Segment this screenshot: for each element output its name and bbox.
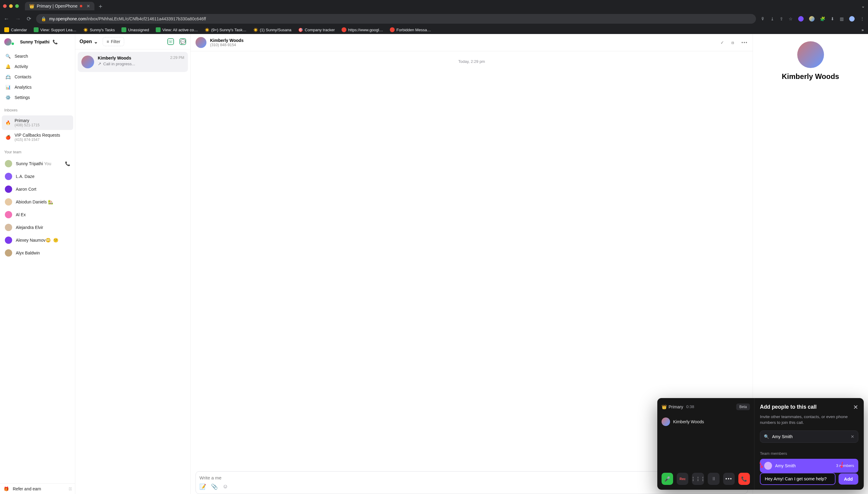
sidebar-team-member[interactable]: Alejandra Elvir [2,221,73,234]
invite-message-input[interactable] [765,476,831,481]
gift-icon: 🎁 [3,487,9,491]
sidepanel-icon[interactable]: ▥ [840,16,844,21]
more-options-icon[interactable]: ••• [741,40,748,45]
house-emoji-icon: 🏡 [48,200,53,204]
mute-toggle-button[interactable]: 🎤 [661,473,673,485]
extension-icon[interactable] [798,16,804,22]
phone-handset-icon[interactable]: 📞 [65,161,70,166]
tabs-chevron-down-icon[interactable]: ⌄ [861,4,865,8]
record-toggle-button[interactable]: Rec [677,473,688,485]
bookmark-star-icon[interactable]: ☆ [789,16,793,21]
sidebar-team-member[interactable]: Al Ex [2,208,73,221]
team-member-name: Sunny Tripathi [16,161,43,166]
share-icon[interactable]: ⇪ [780,16,783,21]
sidebar-team-member[interactable]: Aaron Cort [2,183,73,195]
clear-search-icon[interactable]: ✕ [851,434,854,439]
browser-reload-icon[interactable]: ⟳ [27,16,31,22]
window-zoom-light[interactable] [15,4,19,8]
search-results-section-label: Team members [760,451,858,456]
new-message-icon[interactable]: 💬 [179,38,186,45]
close-panel-icon[interactable]: ✕ [853,403,858,411]
call-outgoing-icon: ↗ [98,61,101,66]
hang-up-button[interactable]: 📞 [738,473,750,485]
sidebar-team-member[interactable]: Abiodun Daniels 🏡 [2,195,73,208]
sidebar-item-activity[interactable]: 🔔Activity [2,61,73,72]
sidebar-item-settings[interactable]: ⚙️Settings [2,92,73,102]
sidebar-item-contacts[interactable]: 📇Contacts [2,72,73,82]
invite-message-field[interactable] [760,473,835,485]
sidebar-team-member[interactable]: L.A. Daze [2,170,73,183]
filter-button[interactable]: ≡ Filter [103,37,124,46]
avatar [5,211,12,218]
sidebar-inbox-vip[interactable]: 🍎 VIP Callbacks Requests(415) 874-1547 [2,130,73,145]
tab-close-icon[interactable]: ✕ [86,4,90,8]
bookmark-item[interactable]: ☀️(1) Sunny/Susana [253,27,291,32]
thread-contact-name: Kimberly Woods [210,38,244,43]
conversation-item[interactable]: Kimberly Woods 2:29 PM ↗ Call in progres… [78,52,188,72]
new-tab-button[interactable]: ＋ [97,3,103,9]
help-circle-icon[interactable]: ？⃝ [69,487,72,491]
thread-contact-phone: (310) 848-9154 [210,43,244,47]
note-icon[interactable]: 📝 [199,483,206,490]
add-people-title: Add people to this call [760,404,817,410]
dialpad-button[interactable]: ⋮⋮⋮ [692,473,704,485]
bookmarks-overflow-icon[interactable]: » [862,27,864,32]
apple-icon: 🍎 [5,135,11,140]
mark-done-icon[interactable]: ✓ [720,40,724,45]
browser-forward-icon: → [15,16,21,22]
bookmark-label: Calendar [11,27,27,32]
bookmark-item[interactable]: ☀️(9+) Sunny's Task… [205,27,247,32]
beta-badge: Beta [736,403,750,410]
bookmark-item[interactable]: ☀️Sunny's Tasks [83,27,115,32]
extension-icon[interactable] [809,16,814,22]
bookmark-item[interactable]: View: Support Lea… [34,27,77,32]
conversation-time: 2:29 PM [170,56,184,60]
sidebar-refer-earn[interactable]: 🎁 Refer and earn ？⃝ [0,484,75,494]
install-app-icon[interactable]: ⤓ [771,16,774,21]
bookmark-item[interactable]: 🎯Company tracker [298,27,335,32]
phone-handset-icon[interactable]: 📞 [53,39,58,44]
sidebar-team-member[interactable]: Alexey Naumov😳 😕 [2,234,73,247]
bookmark-item[interactable]: https://www.googl… [342,27,383,32]
sidebar-item-search[interactable]: 🔍Search [2,51,73,61]
tab-title: Primary | OpenPhone [37,4,77,8]
add-people-search-input[interactable] [772,434,851,439]
search-icon: 🔍 [5,54,11,59]
avatar [5,173,12,180]
bookmark-item[interactable]: Calendar [4,27,27,32]
sidebar-team-member[interactable]: Sunny Tripathi You📞 [2,157,73,170]
bookmark-item[interactable]: Unassigned [121,27,149,32]
chrome-menu-icon[interactable]: ⋮ [860,16,864,21]
bookmark-item[interactable]: Forbidden Messa… [390,27,431,32]
sidebar-item-analytics[interactable]: 📊Analytics [2,82,73,92]
browser-back-icon[interactable]: ← [4,16,9,22]
emoji-icon[interactable]: ☺ [223,483,228,490]
window-close-light[interactable] [3,4,7,8]
search-result-member[interactable]: Amy Smith 3 numbers [760,459,858,473]
browser-tab-active[interactable]: 👑 Primary | OpenPhone ✕ [25,2,94,10]
attachment-icon[interactable]: 📎 [211,483,218,490]
mark-unread-icon[interactable]: ⧈ [731,40,734,45]
sidebar-item-label: Search [15,54,28,59]
call-duration: 0:38 [686,404,694,409]
sidebar-user-header[interactable]: Sunny Tripathi 📞 [0,34,75,50]
browser-url-box[interactable]: 🔒 my.openphone.com/inbox/PNhhaLEcML/c/CN… [36,14,756,24]
call-more-options-button[interactable]: ••• [723,473,735,485]
profile-avatar[interactable] [797,41,824,68]
sidebar-inbox-primary[interactable]: 🔥 Primary(408) 521-1715 [2,115,73,130]
team-member-name: Aaron Cort [16,187,36,192]
window-minimize-light[interactable] [9,4,13,8]
add-people-search[interactable]: 🔍 ✕ [760,431,858,443]
downloads-icon[interactable]: ⬇ [831,16,834,21]
mic-permission-icon[interactable]: 🎙 [761,16,765,21]
add-button[interactable]: Add [838,473,858,484]
sidebar-team-member[interactable]: Alyx Baldwin [2,247,73,259]
contact-avatar[interactable] [195,37,207,48]
new-call-icon[interactable]: ☏ [167,38,174,45]
hold-button[interactable]: ⏸ [708,473,719,485]
bookmark-item[interactable]: View: All active co… [156,27,198,32]
bell-icon: 🔔 [5,64,11,69]
extensions-puzzle-icon[interactable]: 🧩 [820,16,825,21]
inbox-status-dropdown[interactable]: Open ⌄ [80,39,98,45]
profile-avatar-icon[interactable] [849,16,855,22]
